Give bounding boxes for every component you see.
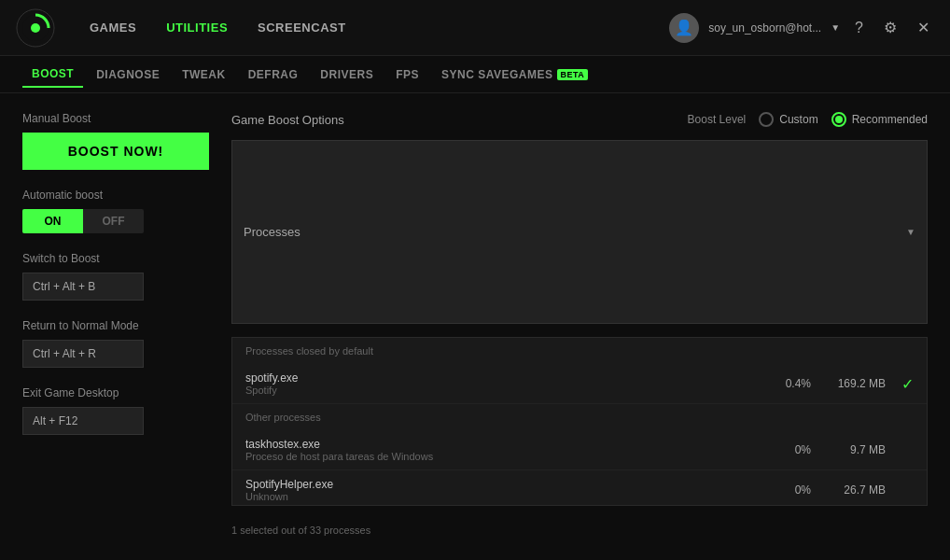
dropdown-value: Processes	[244, 225, 300, 239]
process-mem: 9.7 MB	[811, 443, 886, 456]
app-logo	[15, 7, 56, 49]
svg-point-2	[31, 23, 40, 33]
options-header: Game Boost Options Boost Level Custom Re…	[231, 112, 928, 127]
right-panel: Game Boost Options Boost Level Custom Re…	[231, 112, 928, 541]
settings-icon[interactable]: ⚙	[878, 15, 902, 40]
return-to-normal-section: Return to Normal Mode Ctrl + Alt + R	[22, 319, 209, 368]
section-other-header: Other processes	[232, 404, 927, 430]
section-closed-header: Processes closed by default	[232, 338, 927, 364]
top-nav: GAMES UTILITIES SCREENCAST 👤 soy_un_osbo…	[0, 0, 950, 56]
toggle-on[interactable]: ON	[22, 209, 83, 233]
process-info: SpotifyHelper.exe Unknown	[245, 478, 755, 502]
exit-game-label: Exit Game Desktop	[22, 386, 209, 399]
subnav-drivers[interactable]: DRIVERS	[311, 63, 383, 87]
process-cpu: 0%	[755, 483, 811, 497]
exit-game-section: Exit Game Desktop Alt + F12	[22, 386, 209, 435]
status-bar: 1 selected out of 33 processes	[231, 519, 928, 541]
process-name: spotify.exe	[245, 371, 755, 385]
boost-level-area: Boost Level Custom Recommended	[688, 112, 928, 127]
main-nav: GAMES UTILITIES SCREENCAST	[78, 13, 669, 42]
switch-to-boost-section: Switch to Boost Ctrl + Alt + B	[22, 252, 209, 301]
table-row[interactable]: SpotifyHelper.exe Unknown 0% 26.7 MB	[232, 470, 927, 505]
dropdown-arrow-icon: ▼	[906, 227, 915, 237]
table-row[interactable]: taskhostex.exe Proceso de host para tare…	[232, 430, 927, 470]
radio-recommended-label: Recommended	[852, 113, 928, 126]
subnav-sync-savegames[interactable]: SYNC SAVEGAMESBETA	[432, 63, 597, 87]
main-content: Manual Boost BOOST NOW! Automatic boost …	[0, 93, 950, 560]
user-area: 👤 soy_un_osborn@hot... ▼ ? ⚙ ✕	[669, 13, 935, 43]
sub-nav: BOOST DIAGNOSE TWEAK DEFRAG DRIVERS FPS …	[0, 56, 950, 93]
automatic-boost-toggle[interactable]: ON OFF	[22, 209, 144, 233]
nav-games[interactable]: GAMES	[78, 13, 147, 42]
process-mem: 26.7 MB	[811, 483, 886, 497]
switch-to-boost-label: Switch to Boost	[22, 252, 209, 265]
process-mem: 169.2 MB	[811, 377, 886, 390]
table-row[interactable]: spotify.exe Spotify 0.4% 169.2 MB ✓	[232, 364, 927, 404]
process-info: spotify.exe Spotify	[245, 371, 755, 396]
return-hotkey[interactable]: Ctrl + Alt + R	[22, 340, 144, 368]
avatar: 👤	[669, 13, 699, 43]
subnav-defrag[interactable]: DEFRAG	[239, 63, 308, 87]
beta-badge: BETA	[557, 69, 589, 80]
automatic-boost-section: Automatic boost ON OFF	[22, 189, 209, 233]
game-boost-options-title: Game Boost Options	[231, 113, 344, 127]
manual-boost-label: Manual Boost	[22, 112, 209, 125]
manual-boost-section: Manual Boost BOOST NOW!	[22, 112, 209, 170]
process-list: Processes closed by default spotify.exe …	[232, 338, 927, 505]
return-to-normal-label: Return to Normal Mode	[22, 319, 209, 332]
process-desc: Spotify	[245, 385, 755, 396]
exit-hotkey[interactable]: Alt + F12	[22, 407, 144, 435]
subnav-fps[interactable]: FPS	[386, 63, 428, 87]
process-desc: Proceso de host para tareas de Windows	[245, 451, 755, 462]
subnav-tweak[interactable]: TWEAK	[173, 63, 235, 87]
processes-dropdown[interactable]: Processes ▼	[231, 140, 928, 324]
radio-custom[interactable]: Custom	[759, 112, 817, 127]
automatic-boost-label: Automatic boost	[22, 189, 209, 202]
process-cpu: 0%	[755, 443, 811, 456]
boost-level-radio-group: Custom Recommended	[759, 112, 928, 127]
switch-hotkey[interactable]: Ctrl + Alt + B	[22, 273, 144, 301]
subnav-boost[interactable]: BOOST	[22, 62, 83, 88]
radio-recommended[interactable]: Recommended	[831, 112, 928, 127]
process-cpu: 0.4%	[755, 377, 811, 390]
process-container: Processes closed by default spotify.exe …	[231, 337, 928, 506]
nav-utilities[interactable]: UTILITIES	[155, 13, 239, 42]
process-name: taskhostex.exe	[245, 438, 755, 451]
close-icon[interactable]: ✕	[912, 15, 935, 40]
toggle-off[interactable]: OFF	[83, 209, 144, 233]
user-dropdown-icon[interactable]: ▼	[831, 22, 840, 33]
help-icon[interactable]: ?	[849, 16, 869, 40]
boost-level-label: Boost Level	[688, 113, 747, 126]
process-name: SpotifyHelper.exe	[245, 478, 755, 491]
left-panel: Manual Boost BOOST NOW! Automatic boost …	[22, 112, 209, 541]
user-name: soy_un_osborn@hot...	[708, 21, 821, 35]
process-desc: Unknown	[245, 491, 755, 502]
radio-custom-label: Custom	[779, 113, 817, 126]
radio-custom-circle	[759, 112, 774, 127]
process-info: taskhostex.exe Proceso de host para tare…	[245, 438, 755, 462]
subnav-diagnose[interactable]: DIAGNOSE	[87, 63, 169, 87]
radio-recommended-circle	[831, 112, 846, 127]
process-check: ✓	[886, 375, 914, 393]
nav-screencast[interactable]: SCREENCAST	[246, 13, 357, 42]
boost-now-button[interactable]: BOOST NOW!	[22, 133, 209, 170]
